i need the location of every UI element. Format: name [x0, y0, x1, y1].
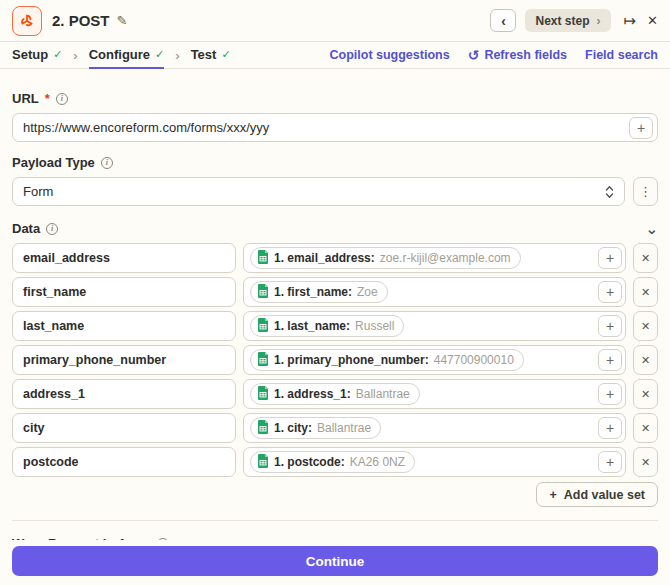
pill-field-value: Ballantrae	[356, 387, 410, 401]
close-icon: ✕	[641, 422, 650, 435]
mapped-value-pill[interactable]: 1. first_name: Zoe	[250, 281, 388, 303]
select-chevrons-icon	[605, 185, 614, 199]
step-tabs: Setup ✓ › Configure ✓ › Test ✓ Copilot s…	[0, 42, 670, 69]
close-icon: ✕	[641, 388, 650, 401]
data-key-input[interactable]: city	[12, 413, 236, 443]
table-row: postcode 1. postcode: KA26 0NZ + ✕	[12, 447, 658, 477]
info-icon[interactable]: i	[101, 157, 113, 169]
collapse-panel-icon[interactable]: ↦	[624, 12, 637, 30]
tab-setup[interactable]: Setup ✓	[12, 42, 62, 69]
pill-field-value: Russell	[355, 319, 394, 333]
add-value-set-label: Add value set	[564, 488, 645, 502]
section-divider	[12, 520, 658, 521]
remove-row-button[interactable]: ✕	[633, 379, 658, 409]
tab-test[interactable]: Test ✓	[191, 42, 231, 69]
info-icon[interactable]: i	[56, 93, 68, 105]
table-row: city 1. city: Ballantrae + ✕	[12, 413, 658, 443]
insert-data-button[interactable]: +	[598, 383, 622, 405]
tab-configure[interactable]: Configure ✓	[89, 42, 165, 69]
data-value-field[interactable]: 1. postcode: KA26 0NZ +	[243, 447, 626, 477]
data-label-row: Data i	[12, 221, 58, 236]
payload-type-select[interactable]: Form	[12, 177, 625, 206]
mapped-value-pill[interactable]: 1. last_name: Russell	[250, 315, 404, 337]
previous-step-button[interactable]: ‹	[490, 9, 516, 32]
close-icon: ✕	[641, 354, 650, 367]
mapped-value-pill[interactable]: 1. address_1: Ballantrae	[250, 383, 420, 405]
field-search-label: Field search	[585, 48, 658, 62]
insert-data-button[interactable]: +	[598, 451, 622, 473]
payload-type-row: Form ⋮	[12, 177, 658, 206]
insert-data-button[interactable]: +	[598, 417, 622, 439]
close-icon: ✕	[641, 252, 650, 265]
add-value-set-button[interactable]: + Add value set	[536, 482, 658, 507]
google-sheets-icon	[257, 250, 269, 267]
data-value-field[interactable]: 1. last_name: Russell +	[243, 311, 626, 341]
pill-field-label: 1. address_1:	[274, 387, 351, 401]
kebab-menu-icon: ⋮	[639, 184, 652, 199]
data-value-field[interactable]: 1. primary_phone_number: 447700900010 +	[243, 345, 626, 375]
continue-button[interactable]: Continue	[12, 546, 658, 576]
data-value-field[interactable]: 1. city: Ballantrae +	[243, 413, 626, 443]
pill-field-label: 1. last_name:	[274, 319, 350, 333]
edit-title-icon[interactable]: ✎	[117, 13, 128, 28]
plus-icon: +	[606, 250, 614, 266]
webhooks-app-icon	[12, 6, 42, 36]
insert-data-button[interactable]: +	[598, 315, 622, 337]
copilot-suggestions-label: Copilot suggestions	[330, 48, 450, 62]
mapped-value-pill[interactable]: 1. postcode: KA26 0NZ	[250, 451, 415, 473]
chevron-right-icon: ›	[175, 42, 179, 68]
mapped-value-pill[interactable]: 1. email_address: zoe.r-kijil@example.co…	[250, 247, 521, 269]
info-icon[interactable]: i	[46, 223, 58, 235]
field-options-button[interactable]: ⋮	[633, 177, 658, 206]
insert-data-button[interactable]: +	[598, 349, 622, 371]
data-key-input[interactable]: address_1	[12, 379, 236, 409]
pill-field-value: Zoe	[357, 285, 378, 299]
pill-field-value: KA26 0NZ	[350, 455, 405, 469]
refresh-fields-link[interactable]: ↺ Refresh fields	[468, 47, 567, 63]
data-key-input[interactable]: first_name	[12, 277, 236, 307]
data-label: Data	[12, 221, 40, 236]
data-key-input[interactable]: postcode	[12, 447, 236, 477]
remove-row-button[interactable]: ✕	[633, 413, 658, 443]
table-row: first_name 1. first_name: Zoe + ✕	[12, 277, 658, 307]
table-row: address_1 1. address_1: Ballantrae + ✕	[12, 379, 658, 409]
field-search-link[interactable]: Field search	[585, 48, 658, 62]
payload-type-section: Payload Type i Form ⋮	[12, 155, 658, 206]
pill-field-label: 1. first_name:	[274, 285, 352, 299]
data-value-field[interactable]: 1. email_address: zoe.r-kijil@example.co…	[243, 243, 626, 273]
remove-row-button[interactable]: ✕	[633, 277, 658, 307]
tab-test-label: Test	[191, 47, 217, 62]
data-value-field[interactable]: 1. first_name: Zoe +	[243, 277, 626, 307]
configure-form: URL * i https://www.encoreform.com/forms…	[0, 91, 670, 551]
plus-icon: +	[606, 318, 614, 334]
pill-field-value: zoe.r-kijil@example.com	[380, 251, 511, 265]
step-title: 2. POST	[52, 12, 110, 29]
copilot-suggestions-link[interactable]: Copilot suggestions	[330, 48, 450, 62]
url-input[interactable]: https://www.encoreform.com/forms/xxx/yyy…	[12, 113, 658, 142]
insert-data-button[interactable]: +	[598, 281, 622, 303]
next-step-label: Next step	[535, 14, 589, 28]
data-key-input[interactable]: email_address	[12, 243, 236, 273]
insert-data-button[interactable]: +	[629, 117, 653, 139]
remove-row-button[interactable]: ✕	[633, 243, 658, 273]
google-sheets-icon	[257, 454, 269, 471]
data-key-input[interactable]: primary_phone_number	[12, 345, 236, 375]
tab-configure-label: Configure	[89, 47, 150, 62]
data-section: Data i ⌄ email_address 1. email_address:…	[12, 221, 658, 507]
remove-row-button[interactable]: ✕	[633, 311, 658, 341]
close-icon[interactable]: ✕	[647, 13, 658, 28]
insert-data-button[interactable]: +	[598, 247, 622, 269]
header-actions: ‹ Next step › ↦ ✕	[490, 9, 658, 32]
chevron-down-icon[interactable]: ⌄	[645, 224, 658, 233]
mapped-value-pill[interactable]: 1. primary_phone_number: 447700900010	[250, 349, 524, 371]
data-key-input[interactable]: last_name	[12, 311, 236, 341]
data-value-field[interactable]: 1. address_1: Ballantrae +	[243, 379, 626, 409]
pill-field-label: 1. email_address:	[274, 251, 375, 265]
url-section: URL * i https://www.encoreform.com/forms…	[12, 91, 658, 142]
next-step-button[interactable]: Next step ›	[525, 9, 610, 32]
remove-row-button[interactable]: ✕	[633, 345, 658, 375]
remove-row-button[interactable]: ✕	[633, 447, 658, 477]
pill-field-value: Ballantrae	[317, 421, 371, 435]
check-icon: ✓	[155, 48, 164, 61]
mapped-value-pill[interactable]: 1. city: Ballantrae	[250, 417, 381, 439]
